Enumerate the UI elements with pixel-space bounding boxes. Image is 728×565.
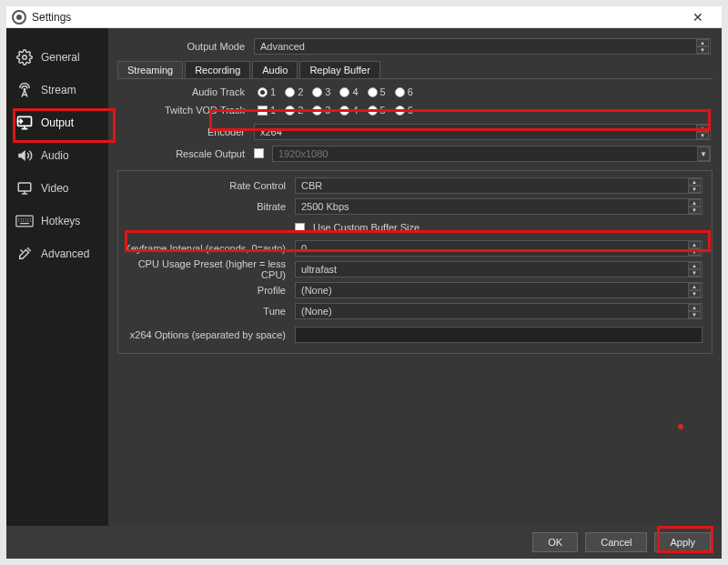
- profile-select[interactable]: (None)▲▼: [295, 282, 703, 298]
- spinner-icon[interactable]: ▲▼: [696, 125, 709, 139]
- keyboard-icon: [15, 212, 34, 230]
- cpu-preset-label: CPU Usage Preset (higher = less CPU): [122, 258, 295, 280]
- spinner-icon[interactable]: ▲▼: [688, 199, 701, 214]
- radio-icon: [395, 87, 405, 97]
- radio-icon: [395, 106, 405, 116]
- vod-track-1[interactable]: 1: [258, 105, 276, 116]
- radio-icon: [312, 106, 322, 116]
- window-title: Settings: [32, 11, 680, 24]
- encoder-select[interactable]: x264 ▲▼: [254, 124, 711, 140]
- twitch-vod-track-label: Twitch VOD Track: [108, 105, 254, 116]
- vod-track-6[interactable]: 6: [395, 105, 413, 116]
- custom-buffer-checkbox[interactable]: [295, 223, 305, 233]
- radio-icon: [368, 106, 378, 116]
- sidebar-item-label: Stream: [41, 84, 76, 96]
- profile-label: Profile: [122, 285, 295, 296]
- vod-track-2[interactable]: 2: [285, 105, 303, 116]
- radio-icon: [339, 87, 349, 97]
- rescale-resolution-input[interactable]: 1920x1080 ▼: [272, 146, 711, 162]
- titlebar: Settings ✕: [6, 6, 722, 28]
- svg-point-1: [24, 89, 25, 91]
- rescale-checkbox[interactable]: [254, 148, 264, 158]
- encoder-settings-panel: Rate Control CBR▲▼ Bitrate 2500 Kbps▲▼ U…: [117, 170, 713, 354]
- highlight-dot: [678, 424, 683, 429]
- tools-icon: [15, 245, 34, 263]
- settings-content: Output Mode Advanced ▲▼ Streaming Record…: [108, 28, 722, 526]
- vod-track-4[interactable]: 4: [339, 105, 358, 116]
- audio-track-label: Audio Track: [108, 86, 254, 97]
- keyframe-input[interactable]: 0▲▼: [295, 240, 703, 257]
- audio-track-options: 1 2 3 4 5 6: [258, 86, 413, 97]
- cpu-preset-select[interactable]: ultrafast▲▼: [295, 261, 703, 277]
- bitrate-input[interactable]: 2500 Kbps▲▼: [295, 198, 703, 215]
- audio-track-4[interactable]: 4: [339, 86, 358, 97]
- sidebar-item-label: Video: [41, 182, 68, 195]
- x264-options-input[interactable]: [295, 327, 703, 343]
- speaker-icon: [15, 146, 34, 165]
- spinner-icon[interactable]: ▲▼: [688, 241, 701, 256]
- spinner-icon[interactable]: ▲▼: [696, 39, 709, 54]
- audio-track-5[interactable]: 5: [368, 86, 386, 97]
- sidebar-item-label: General: [41, 51, 80, 64]
- bottom-bar: OK Cancel Apply: [6, 526, 722, 559]
- audio-track-6[interactable]: 6: [395, 86, 413, 97]
- sidebar-item-hotkeys[interactable]: Hotkeys: [6, 205, 108, 237]
- spinner-icon[interactable]: ▲▼: [688, 304, 701, 318]
- vod-track-5[interactable]: 5: [368, 105, 386, 116]
- chevron-down-icon[interactable]: ▼: [697, 146, 710, 161]
- radio-icon: [258, 87, 268, 97]
- rate-control-label: Rate Control: [122, 180, 295, 191]
- sidebar-item-label: Advanced: [41, 247, 89, 260]
- twitch-vod-track-options: 1 2 3 4 5 6: [258, 105, 413, 116]
- tab-audio[interactable]: Audio: [252, 61, 298, 78]
- custom-buffer-label: Use Custom Buffer Size: [313, 222, 420, 233]
- spinner-icon[interactable]: ▲▼: [688, 178, 701, 193]
- radio-icon: [312, 87, 322, 97]
- ok-button[interactable]: OK: [532, 532, 578, 552]
- tab-streaming[interactable]: Streaming: [117, 61, 183, 78]
- output-mode-label: Output Mode: [108, 41, 254, 52]
- rate-control-select[interactable]: CBR▲▼: [295, 177, 703, 194]
- cancel-button[interactable]: Cancel: [585, 532, 647, 552]
- sidebar-item-audio[interactable]: Audio: [6, 139, 108, 172]
- sidebar-item-stream[interactable]: Stream: [6, 74, 108, 106]
- gear-icon: [15, 48, 34, 66]
- svg-point-0: [23, 55, 27, 60]
- tune-select[interactable]: (None)▲▼: [295, 303, 703, 319]
- close-icon[interactable]: ✕: [680, 10, 716, 25]
- keyframe-label: Keyframe Interval (seconds, 0=auto): [122, 243, 295, 254]
- radio-icon: [368, 87, 378, 97]
- checkbox-icon: [258, 106, 268, 116]
- monitor-arrow-icon: [15, 114, 34, 132]
- output-mode-select[interactable]: Advanced ▲▼: [254, 38, 711, 55]
- svg-rect-3: [18, 183, 31, 191]
- sidebar-item-label: Hotkeys: [41, 215, 80, 227]
- sidebar: General Stream Output Audio Video Hotkey…: [6, 28, 108, 526]
- sidebar-item-advanced[interactable]: Advanced: [6, 237, 108, 270]
- radio-icon: [285, 87, 295, 97]
- output-tabs: Streaming Recording Audio Replay Buffer: [117, 61, 722, 78]
- sidebar-item-label: Output: [41, 116, 74, 129]
- audio-track-2[interactable]: 2: [285, 86, 303, 97]
- bitrate-label: Bitrate: [122, 201, 295, 212]
- x264-options-label: x264 Options (separated by space): [122, 329, 295, 340]
- tune-label: Tune: [122, 306, 295, 317]
- sidebar-item-output[interactable]: Output: [6, 106, 108, 139]
- vod-track-3[interactable]: 3: [312, 105, 330, 116]
- apply-button[interactable]: Apply: [654, 532, 711, 552]
- radio-icon: [285, 106, 295, 116]
- audio-track-3[interactable]: 3: [312, 86, 330, 97]
- audio-track-1[interactable]: 1: [258, 86, 276, 97]
- sidebar-item-label: Audio: [41, 149, 69, 162]
- sidebar-item-video[interactable]: Video: [6, 172, 108, 205]
- sidebar-item-general[interactable]: General: [6, 41, 108, 74]
- spinner-icon[interactable]: ▲▼: [688, 283, 701, 298]
- app-icon: [12, 10, 26, 25]
- rescale-label: Rescale Output: [108, 148, 254, 159]
- radio-icon: [339, 106, 349, 116]
- spinner-icon[interactable]: ▲▼: [688, 262, 701, 277]
- antenna-icon: [15, 81, 34, 99]
- monitor-icon: [15, 179, 34, 197]
- tab-recording[interactable]: Recording: [185, 61, 250, 78]
- tab-replay-buffer[interactable]: Replay Buffer: [299, 61, 379, 78]
